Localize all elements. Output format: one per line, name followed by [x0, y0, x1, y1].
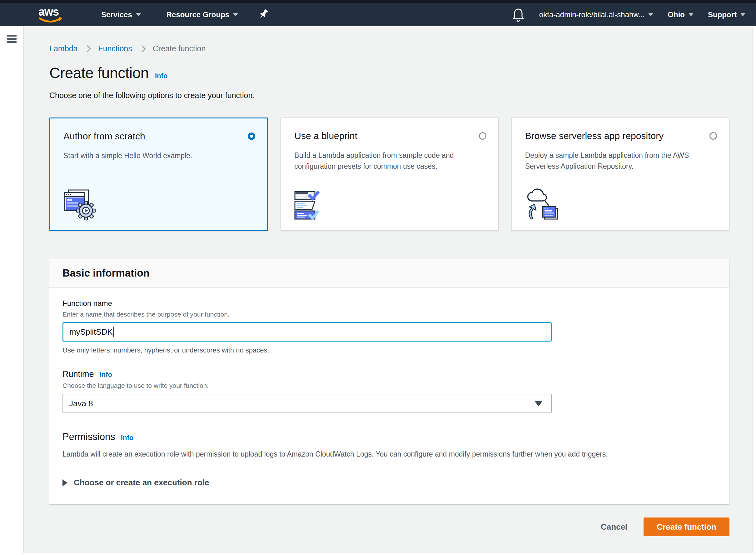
nav-region-menu[interactable]: Ohio [668, 10, 694, 19]
permissions-section: Permissions Info Lambda will create an e… [62, 431, 716, 487]
function-name-description: Enter a name that describes the purpose … [62, 311, 716, 318]
main-content: Lambda Functions Create function Create … [25, 26, 756, 536]
card-title: Browse serverless app repository [525, 131, 664, 141]
chevron-down-icon [233, 13, 238, 16]
runtime-description: Choose the language to use to write your… [62, 382, 716, 389]
runtime-field: Runtime Info Choose the language to use … [62, 369, 716, 413]
runtime-select[interactable]: Java 8 [62, 394, 552, 413]
card-use-a-blueprint[interactable]: Use a blueprint Build a Lambda applicati… [280, 118, 499, 231]
card-head: Use a blueprint [294, 131, 486, 141]
pushpin-icon[interactable] [258, 8, 269, 21]
runtime-selected-value: Java 8 [69, 399, 93, 409]
nav-region-label: Ohio [668, 10, 685, 19]
card-head: Browse serverless app repository [525, 131, 717, 141]
radio-author-from-scratch[interactable] [248, 132, 255, 140]
chevron-down-icon [740, 13, 745, 16]
breadcrumb-lambda[interactable]: Lambda [49, 44, 78, 53]
select-caret-icon [534, 400, 543, 406]
card-description: Build a Lambda application from sample c… [294, 150, 477, 172]
card-title: Author from scratch [63, 131, 145, 141]
nav-support-menu[interactable]: Support [708, 10, 745, 19]
disclosure-label: Choose or create an execution role [74, 478, 209, 487]
function-name-field: Function name Enter a name that describe… [62, 299, 716, 354]
footer-actions: Cancel Create function [49, 517, 729, 536]
panel-body: Function name Enter a name that describe… [49, 288, 729, 504]
radio-use-a-blueprint[interactable] [479, 132, 486, 140]
radio-browse-serverless-app-repository[interactable] [709, 132, 717, 140]
function-name-input[interactable]: mySplitSDK [62, 322, 552, 342]
page-bottom-strip [0, 553, 756, 555]
text-cursor [114, 327, 114, 337]
disclosure-triangle-icon [62, 479, 68, 486]
creation-option-cards: Author from scratch Start with a simple … [49, 118, 729, 231]
panel-header: Basic information [49, 259, 729, 288]
author-from-scratch-icon [63, 188, 98, 222]
page-title: Create function [49, 65, 149, 82]
permissions-label: Permissions [62, 431, 115, 442]
nav-services-menu[interactable]: Services [101, 10, 141, 19]
nav-services-label: Services [101, 10, 132, 19]
hamburger-menu-icon[interactable] [7, 35, 24, 43]
breadcrumb-current: Create function [153, 44, 206, 53]
page-subtitle: Choose one of the following options to c… [49, 91, 729, 100]
left-sidebar [0, 26, 24, 555]
execution-role-disclosure[interactable]: Choose or create an execution role [62, 478, 716, 487]
aws-logo[interactable]: aws [38, 6, 63, 24]
nav-support-label: Support [708, 10, 737, 19]
permissions-info-link[interactable]: Info [121, 434, 133, 442]
card-head: Author from scratch [63, 131, 255, 141]
chevron-down-icon [648, 13, 653, 16]
panel-title: Basic information [62, 267, 150, 279]
cancel-button[interactable]: Cancel [599, 522, 629, 532]
permissions-description: Lambda will create an execution role wit… [62, 450, 716, 459]
card-description: Start with a simple Hello World example. [63, 150, 246, 161]
function-name-value: mySplitSDK [69, 327, 113, 337]
nav-resource-groups-label: Resource Groups [167, 10, 229, 19]
function-name-hint: Use only letters, numbers, hyphens, or u… [62, 346, 716, 354]
breadcrumb-functions[interactable]: Functions [98, 44, 132, 53]
nav-right-group: okta-admin-role/bilal.al-shahw... Ohio S… [512, 7, 745, 23]
function-name-label: Function name [62, 299, 716, 308]
scrollbar-track[interactable] [752, 26, 756, 555]
aws-top-nav: aws Services Resource Groups [0, 3, 756, 26]
breadcrumb: Lambda Functions Create function [49, 26, 729, 53]
chevron-down-icon [136, 13, 141, 16]
card-author-from-scratch[interactable]: Author from scratch Start with a simple … [49, 118, 268, 231]
runtime-info-link[interactable]: Info [100, 371, 112, 379]
aws-logo-text: aws [38, 6, 59, 18]
serverless-app-repository-icon [525, 188, 563, 222]
create-function-button[interactable]: Create function [643, 517, 729, 536]
card-browse-serverless-app-repository[interactable]: Browse serverless app repository Deploy … [512, 118, 729, 231]
nav-account-menu[interactable]: okta-admin-role/bilal.al-shahw... [539, 10, 654, 19]
basic-information-panel: Basic information Function name Enter a … [49, 259, 729, 504]
notifications-bell-icon[interactable] [512, 7, 525, 23]
chevron-right-icon [138, 45, 145, 52]
title-row: Create function Info [49, 65, 729, 82]
card-description: Deploy a sample Lambda application from … [525, 150, 708, 172]
runtime-label: Runtime [62, 369, 94, 379]
chevron-right-icon [84, 45, 91, 52]
card-title: Use a blueprint [294, 131, 357, 141]
window-top-strip [0, 0, 756, 3]
nav-resource-groups-menu[interactable]: Resource Groups [167, 10, 238, 19]
chevron-down-icon [688, 13, 694, 16]
blueprint-icon [294, 191, 329, 222]
nav-account-label: okta-admin-role/bilal.al-shahw... [539, 10, 645, 19]
title-info-link[interactable]: Info [155, 72, 168, 80]
